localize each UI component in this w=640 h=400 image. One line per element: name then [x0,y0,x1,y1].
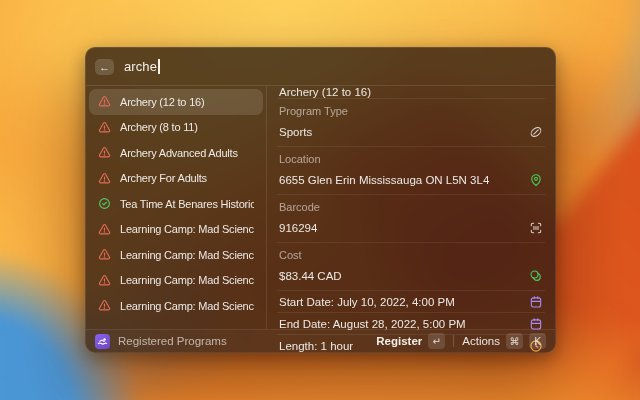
list-item-label: Archery (12 to 16) [120,96,204,108]
list-item[interactable]: Archery Advanced Adults [89,140,263,166]
search-input[interactable]: arche [124,59,160,74]
calendar-icon [529,295,543,309]
detail-section-program-type: Program Type Sports [277,99,545,146]
check-circle-icon [98,197,111,210]
detail-value: Start Date: July 10, 2022, 4:00 PM [279,296,455,308]
detail-section-cost: Cost $83.44 CAD [277,243,545,290]
coins-icon [529,269,543,283]
search-query-text: arche [124,59,157,74]
list-item-label: Archery Advanced Adults [120,147,238,159]
footer-bar: Registered Programs Register ↵ Actions ⌘… [86,329,555,352]
detail-value: 916294 [279,222,317,234]
command-key-badge: ⌘ [506,333,523,349]
warning-icon [98,299,111,312]
registered-programs-app-icon [95,334,110,349]
warning-icon [98,274,111,287]
search-bar: ← arche [86,48,555,85]
return-key-badge: ↵ [428,333,445,349]
register-button[interactable]: Register [376,335,422,347]
back-arrow-icon: ← [99,61,110,73]
detail-label: Cost [279,249,543,261]
list-item[interactable]: Archery (12 to 16) [89,89,263,115]
list-item-label: Archery (8 to 11) [120,121,198,133]
detail-row-start-date: Start Date: July 10, 2022, 4:00 PM [277,291,545,312]
detail-value: $83.44 CAD [279,270,342,282]
location-pin-icon [529,173,543,187]
detail-label: Barcode [279,201,543,213]
divider [453,335,454,347]
detail-value: Sports [279,126,312,138]
warning-icon [98,146,111,159]
list-item[interactable]: Learning Camp: Mad Science -... [89,293,263,319]
detail-section-barcode: Barcode 916294 [277,195,545,242]
detail-section-location: Location 6655 Glen Erin Mississauga ON L… [277,147,545,194]
actions-button[interactable]: Actions [462,335,500,347]
detail-label: Location [279,153,543,165]
sport-ball-icon [529,125,543,139]
list-item[interactable]: Archery (8 to 11) [89,115,263,141]
list-item-label: Learning Camp: Mad Science -... [120,300,254,312]
detail-panel: Archery (12 to 16) Program Type Sports L… [267,86,555,329]
extension-name: Registered Programs [118,335,227,347]
detail-label: Program Type [279,105,543,117]
detail-value: End Date: August 28, 2022, 5:00 PM [279,318,466,330]
list-item-label: Learning Camp: Mad Science -... [120,274,254,286]
list-item-label: Tea Time At Benares Historic Ho... [120,198,254,210]
list-item[interactable]: Learning Camp: Mad Science -... [89,268,263,294]
text-caret [158,59,160,74]
detail-title: Archery (12 to 16) [277,86,545,98]
launcher-window: ← arche Archery (12 to 16) Archery (8 to… [85,47,556,353]
list-item[interactable]: Learning Camp: Mad Science -... [89,242,263,268]
list-item-label: Archery For Adults [120,172,207,184]
warning-icon [98,248,111,261]
list-item[interactable]: Archery For Adults [89,166,263,192]
list-item[interactable]: Tea Time At Benares Historic Ho... [89,191,263,217]
list-item-label: Learning Camp: Mad Science -... [120,223,254,235]
results-list: Archery (12 to 16) Archery (8 to 11) Arc… [86,86,266,329]
list-item-label: Learning Camp: Mad Science -... [120,249,254,261]
back-button[interactable]: ← [95,59,114,75]
warning-icon [98,95,111,108]
detail-value: 6655 Glen Erin Mississauga ON L5N 3L4 [279,174,489,186]
warning-icon [98,172,111,185]
warning-icon [98,223,111,236]
barcode-scan-icon [529,221,543,235]
list-item[interactable]: Learning Camp: Mad Science -... [89,217,263,243]
k-key-badge: K [529,333,546,349]
warning-icon [98,121,111,134]
